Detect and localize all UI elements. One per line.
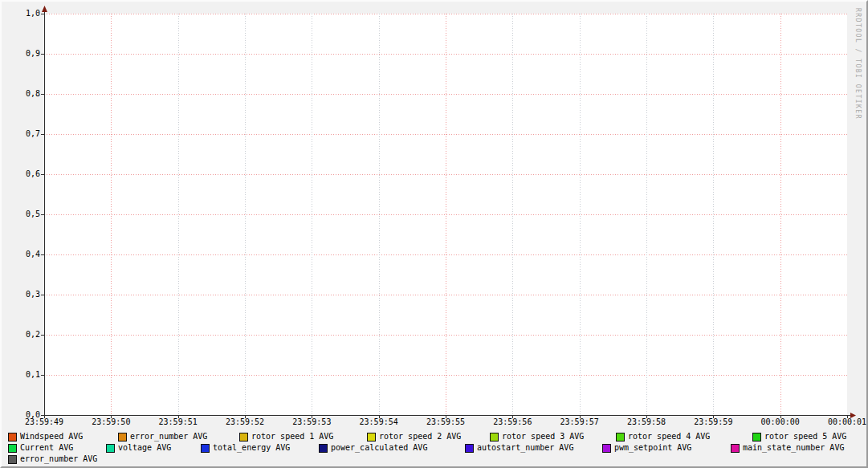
legend-label: pwm_setpoint AVG	[614, 443, 691, 453]
legend-item: voltage AVG	[106, 443, 171, 453]
y-tick-label: 0,2	[18, 330, 40, 340]
legend-swatch	[752, 433, 761, 442]
legend-label: autostart_number AVG	[477, 443, 573, 453]
legend-swatch	[490, 433, 499, 442]
x-tick-label: 00:00:00	[756, 417, 805, 426]
legend-swatch	[8, 444, 17, 453]
legend-swatch	[367, 433, 376, 442]
y-tick-label: 0,4	[18, 250, 40, 259]
chart-canvas	[2, 2, 868, 468]
x-tick-label: 23:59:54	[354, 417, 404, 426]
legend-item: rotor speed 1 AVG	[239, 432, 333, 442]
x-tick-label: 23:59:58	[621, 417, 671, 426]
y-tick-label: 0,9	[18, 49, 40, 59]
legend-swatch	[106, 444, 115, 453]
legend-swatch	[8, 455, 17, 464]
legend-item: Windspeed AVG	[8, 432, 83, 442]
y-tick-label: 0,5	[18, 210, 40, 219]
legend-label: power_calculated AVG	[331, 443, 427, 453]
legend-item: total_energy AVG	[201, 443, 290, 453]
x-tick-label: 00:00:01	[822, 417, 868, 426]
legend-item: rotor speed 3 AVG	[490, 432, 584, 442]
x-tick-label: 23:59:59	[688, 417, 738, 426]
legend-label: main_state_number AVG	[743, 443, 844, 453]
x-tick-label: 23:59:49	[19, 417, 69, 426]
legend-label: rotor speed 3 AVG	[502, 432, 584, 442]
legend-item: main_state_number AVG	[731, 443, 844, 453]
watermark: RRDTOOL / TOBI OETIKER	[854, 8, 862, 120]
legend-label: Current AVG	[20, 443, 73, 453]
x-tick-label: 23:59:57	[555, 417, 605, 426]
legend-swatch	[602, 444, 611, 453]
y-tick-label: 0,1	[18, 370, 40, 380]
legend-label: rotor speed 5 AVG	[764, 432, 846, 442]
legend-swatch	[731, 444, 740, 453]
legend-label: rotor speed 1 AVG	[251, 432, 333, 442]
legend-label: error_number AVG	[20, 454, 97, 464]
legend-swatch	[8, 433, 17, 442]
rrd-graph: 0,00,10,20,30,40,50,60,70,80,91,0 23:59:…	[0, 0, 868, 468]
legend-item: rotor speed 5 AVG	[752, 432, 846, 442]
legend-swatch	[201, 444, 210, 453]
legend-item: rotor speed 4 AVG	[616, 432, 710, 442]
y-tick-label: 0,6	[18, 169, 40, 179]
legend-item: power_calculated AVG	[319, 443, 427, 453]
legend-swatch	[319, 444, 328, 453]
legend-label: voltage AVG	[118, 443, 171, 453]
legend-swatch	[616, 433, 625, 442]
legend-item: pwm_setpoint AVG	[602, 443, 691, 453]
legend-label: error_number AVG	[130, 432, 207, 442]
legend-label: rotor speed 4 AVG	[628, 432, 710, 442]
y-tick-label: 0,8	[18, 89, 40, 99]
y-tick-label: 0,7	[18, 129, 40, 139]
x-tick-label: 23:59:52	[220, 417, 270, 426]
legend-swatch	[239, 433, 248, 442]
legend-item: Current AVG	[8, 443, 73, 453]
legend-item: rotor speed 2 AVG	[367, 432, 461, 442]
y-tick-label: 1,0	[18, 9, 40, 18]
legend-item: autostart_number AVG	[465, 443, 573, 453]
legend-item: error_number AVG	[118, 432, 207, 442]
y-tick-label: 0,3	[18, 290, 40, 299]
x-tick-label: 23:59:50	[86, 417, 136, 426]
x-tick-label: 23:59:55	[421, 417, 471, 426]
legend-label: total_energy AVG	[213, 443, 290, 453]
x-tick-label: 23:59:56	[487, 417, 537, 426]
y-axis-arrow-icon	[42, 6, 47, 12]
legend-item: error_number AVG	[8, 454, 97, 464]
x-tick-label: 23:59:53	[287, 417, 336, 426]
legend-label: Windspeed AVG	[20, 432, 83, 442]
legend-label: rotor speed 2 AVG	[379, 432, 461, 442]
legend-swatch	[465, 444, 474, 453]
x-tick-label: 23:59:51	[153, 417, 203, 426]
legend-swatch	[118, 433, 127, 442]
